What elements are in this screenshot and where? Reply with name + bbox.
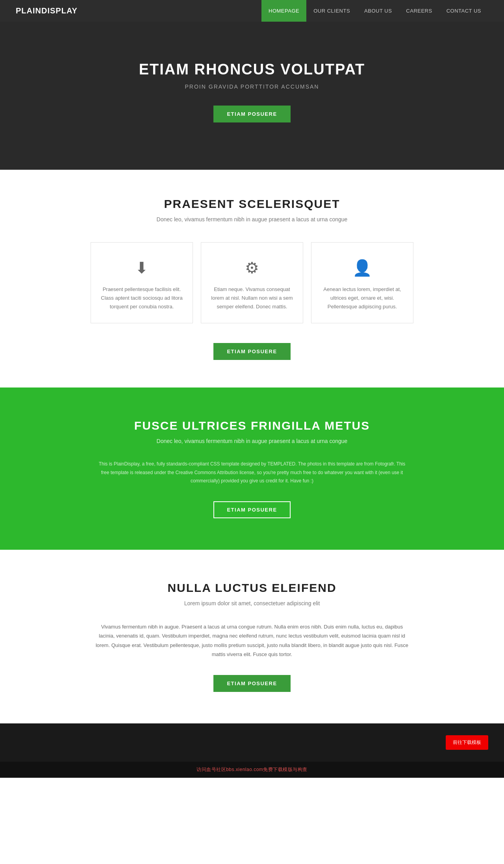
user-icon: [321, 258, 404, 277]
card-3: Aenean lectus lorem, imperdiet at, ultri…: [311, 242, 413, 323]
card-2-text: Etiam neque. Vivamus consequat lorem at …: [211, 285, 293, 311]
navbar: PLAINDISPLAY HOMEPAGE OUR CLIENTS ABOUT …: [0, 0, 504, 22]
nulla-subtitle: Lorem ipsum dolor sit amet, consectetuer…: [39, 600, 465, 606]
nulla-heading: NULLA LUCTUS ELEIFEND: [39, 581, 465, 595]
nav-link-our-clients[interactable]: OUR CLIENTS: [306, 0, 357, 22]
hero-section: ETIAM RHONCUS VOLUTPAT PROIN GRAVIDA POR…: [0, 22, 504, 170]
footer-watermark: 访问血号社区bbs.xienlao.com免费下载模版与构查: [196, 766, 308, 773]
nav-links: HOMEPAGE OUR CLIENTS ABOUT US CAREERS CO…: [261, 0, 488, 22]
download-template-button[interactable]: 前往下载模板: [446, 735, 488, 750]
card-1: Praesent pellentesque facilisis elit. Cl…: [91, 242, 193, 323]
nav-link-careers[interactable]: CAREERS: [399, 0, 439, 22]
download-icon: [100, 258, 183, 277]
green-section: FUSCE ULTRICES FRINGILLA METUS Donec leo…: [0, 388, 504, 550]
hero-heading: ETIAM RHONCUS VOLUTPAT: [16, 61, 488, 78]
hero-button[interactable]: ETIAM POSUERE: [213, 106, 290, 122]
features-heading: PRAESENT SCELERISQUET: [32, 197, 472, 211]
nulla-section: NULLA LUCTUS ELEIFEND Lorem ipsum dolor …: [0, 550, 504, 723]
features-button[interactable]: ETIAM POSUERE: [213, 343, 290, 360]
card-1-text: Praesent pellentesque facilisis elit. Cl…: [100, 285, 183, 311]
footer-bottom-bar: 访问血号社区bbs.xienlao.com免费下载模版与构查: [0, 762, 504, 778]
card-3-text: Aenean lectus lorem, imperdiet at, ultri…: [321, 285, 404, 311]
nav-link-homepage[interactable]: HOMEPAGE: [261, 0, 306, 22]
green-body: This is PlainDisplay, a free, fully stan…: [98, 460, 406, 486]
nav-link-contact-us[interactable]: CONTACT US: [439, 0, 488, 22]
green-subtitle: Donec leo, vivamus fermentum nibh in aug…: [47, 438, 457, 444]
card-2: Etiam neque. Vivamus consequat lorem at …: [201, 242, 303, 323]
nulla-button[interactable]: ETIAM POSUERE: [213, 675, 290, 692]
gear-icon: [211, 258, 293, 277]
hero-subheading: PROIN GRAVIDA PORTTITOR ACCUMSAN: [16, 83, 488, 90]
features-section: PRAESENT SCELERISQUET Donec leo, vivamus…: [0, 170, 504, 388]
footer: 前往下载模板: [0, 723, 504, 762]
cards-row: Praesent pellentesque facilisis elit. Cl…: [32, 242, 472, 323]
green-heading: FUSCE ULTRICES FRINGILLA METUS: [47, 419, 457, 432]
nav-link-about-us[interactable]: ABOUT US: [357, 0, 399, 22]
nulla-body: Vivamus fermentum nibh in augue. Praesen…: [94, 622, 410, 659]
nav-logo: PLAINDISPLAY: [16, 6, 78, 15]
green-button[interactable]: ETIAM POSUERE: [213, 501, 290, 518]
features-subtitle: Donec leo, vivamus fermentum nibh in aug…: [32, 216, 472, 222]
